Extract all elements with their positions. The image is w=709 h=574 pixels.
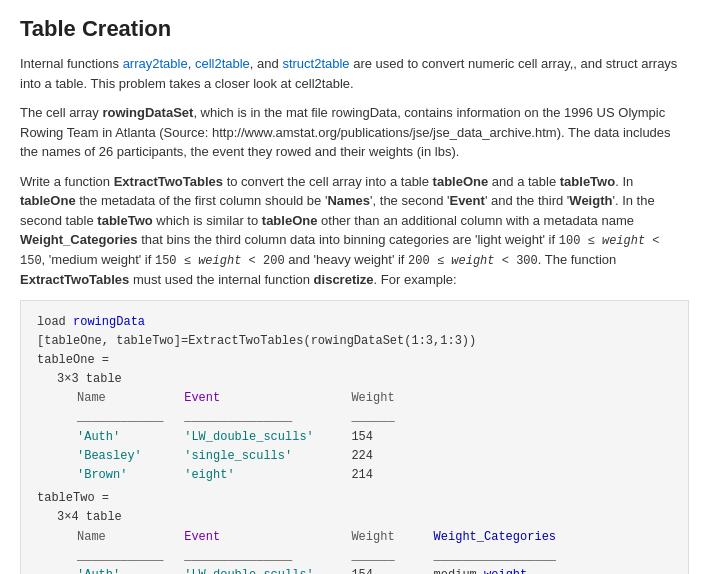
code-line-t1sep: ____________ _______________ ______ xyxy=(77,408,672,427)
para2: The cell array rowingDataSet, which is i… xyxy=(20,103,689,162)
struct2table-link[interactable]: struct2table xyxy=(282,56,349,71)
code-line-t1size: 3×3 table xyxy=(57,370,672,389)
code-line-call: [tableOne, tableTwo]=ExtractTwoTables(ro… xyxy=(37,332,672,351)
intro-text-3: , and xyxy=(250,56,283,71)
code-line-t1label: tableOne = xyxy=(37,351,672,370)
intro-text-2: , xyxy=(188,56,195,71)
code-line-load: load rowingData xyxy=(37,313,672,332)
cell2table-link[interactable]: cell2table xyxy=(195,56,250,71)
main-content: Table Creation Internal functions array2… xyxy=(0,0,709,574)
para3: Write a function ExtractTwoTables to con… xyxy=(20,172,689,290)
code-example: load rowingData [tableOne, tableTwo]=Ext… xyxy=(20,300,689,575)
code-line-t1r1: 'Auth' 'LW_double_sculls' 154 xyxy=(77,428,672,447)
code-line-t1header: Name Event Weight xyxy=(77,389,672,408)
page-title: Table Creation xyxy=(20,16,689,42)
code-line-t2r1: 'Auth' 'LW_double_sculls' 154 medium wei… xyxy=(77,566,672,574)
array2table-link[interactable]: array2table xyxy=(123,56,188,71)
code-line-t2header: Name Event Weight Weight_Categories xyxy=(77,528,672,547)
intro-text-1: Internal functions xyxy=(20,56,123,71)
code-line-t2label: tableTwo = xyxy=(37,489,672,508)
code-line-t2sep: ____________ _______________ ______ ____… xyxy=(77,547,672,566)
code-line-t1r3: 'Brown' 'eight' 214 xyxy=(77,466,672,485)
code-line-t2size: 3×4 table xyxy=(57,508,672,527)
intro-paragraph: Internal functions array2table, cell2tab… xyxy=(20,54,689,93)
code-line-t1r2: 'Beasley' 'single_sculls' 224 xyxy=(77,447,672,466)
